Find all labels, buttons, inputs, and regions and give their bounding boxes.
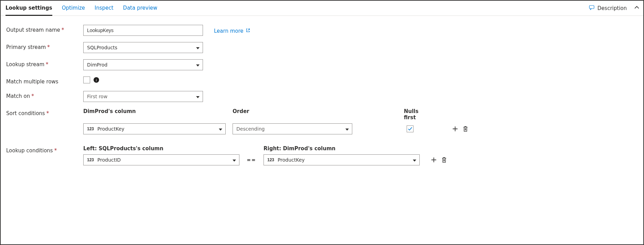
add-lookup-row-button[interactable] (431, 157, 437, 163)
sort-header-nulls: Nulls first (404, 108, 431, 121)
tabs: Lookup settings Optimize Inspect Data pr… (1, 1, 585, 16)
tab-inspect[interactable]: Inspect (95, 1, 114, 16)
lookup-right-column-select[interactable]: 123 ProductKey (264, 154, 420, 165)
description-label: Description (598, 5, 627, 11)
lookup-header-left: Left: SQLProducts's column (83, 145, 239, 152)
label-lookup-conditions: Lookup conditions* (6, 145, 79, 154)
label-match-on: Match on* (6, 91, 79, 99)
delete-sort-row-button[interactable] (462, 126, 469, 132)
lookup-settings-panel: Lookup settings Optimize Inspect Data pr… (0, 0, 644, 245)
match-multiple-rows-checkbox[interactable] (83, 76, 90, 83)
sort-order-select[interactable]: Descending (233, 123, 352, 134)
type-badge-number: 123 (267, 157, 274, 162)
nulls-first-checkbox[interactable] (407, 125, 414, 132)
row-match-multiple-rows: Match multiple rows i (6, 76, 638, 85)
required-marker: * (62, 27, 64, 33)
match-on-select[interactable]: First row (83, 91, 203, 102)
row-sort-conditions: Sort conditions* DimProd's column Order … (6, 108, 638, 134)
description-button[interactable]: Description (585, 4, 630, 12)
delete-lookup-row-button[interactable] (441, 157, 447, 163)
collapse-button[interactable] (634, 5, 639, 11)
type-badge-number: 123 (87, 157, 94, 162)
type-badge-number: 123 (87, 126, 94, 131)
row-lookup-conditions: Lookup conditions* Left: SQLProducts's c… (6, 145, 638, 165)
external-link-icon (246, 28, 250, 34)
equals-operator: == (246, 157, 257, 163)
row-output-stream-name: Output stream name* Learn more (6, 25, 638, 36)
label-output-stream-name: Output stream name* (6, 25, 79, 33)
label-lookup-stream: Lookup stream* (6, 59, 79, 68)
row-match-on: Match on* First row (6, 91, 638, 102)
tab-lookup-settings[interactable]: Lookup settings (6, 1, 52, 16)
svg-rect-0 (589, 6, 594, 9)
row-primary-stream: Primary stream* SQLProducts (6, 42, 638, 53)
form-area: Output stream name* Learn more (1, 16, 643, 171)
sort-header-order: Order (233, 108, 352, 121)
info-icon[interactable]: i (94, 77, 99, 83)
lookup-header-right: Right: DimProd's column (264, 145, 420, 152)
tab-optimize[interactable]: Optimize (62, 1, 85, 16)
label-match-multiple-rows: Match multiple rows (6, 76, 79, 85)
comment-icon (589, 4, 595, 12)
lookup-row: 123 ProductID == 123 ProductKey (83, 154, 447, 165)
sort-headers: DimProd's column Order Nulls first (83, 108, 469, 121)
lookup-stream-select[interactable]: DimProd (83, 59, 203, 70)
lookup-headers: Left: SQLProducts's column Right: DimPro… (83, 145, 447, 152)
tab-data-preview[interactable]: Data preview (123, 1, 158, 16)
sort-header-column: DimProd's column (83, 108, 226, 121)
label-sort-conditions: Sort conditions* (6, 108, 79, 116)
row-lookup-stream: Lookup stream* DimProd (6, 59, 638, 70)
learn-more-link[interactable]: Learn more (214, 27, 250, 34)
sort-column-select[interactable]: 123 ProductKey (83, 123, 226, 134)
primary-stream-select[interactable]: SQLProducts (83, 42, 203, 53)
lookup-left-column-select[interactable]: 123 ProductID (83, 154, 239, 165)
add-sort-row-button[interactable] (452, 126, 458, 132)
output-stream-name-input[interactable] (83, 25, 203, 36)
sort-row: 123 ProductKey Descending (83, 123, 469, 134)
label-primary-stream: Primary stream* (6, 42, 79, 50)
tab-bar: Lookup settings Optimize Inspect Data pr… (1, 1, 643, 16)
